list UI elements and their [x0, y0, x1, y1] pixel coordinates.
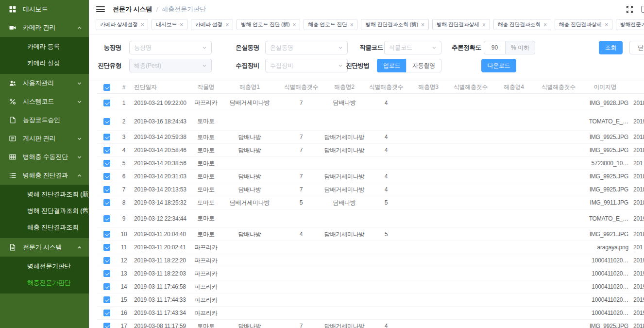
row-checkbox[interactable]	[103, 310, 110, 316]
table-row[interactable]: 92019-03-12 22:34:44토마토TOMATO_E_…2019	[97, 209, 644, 228]
tab-1[interactable]: 대시보드×	[152, 19, 187, 30]
sidebar-item-0[interactable]: 대시보드	[0, 0, 89, 18]
greenhouse-select[interactable]: 온실동명	[265, 41, 348, 54]
table-row[interactable]: 102019-03-11 20:04:40토마토담배나방4담배거세미나방5IMG…	[97, 228, 644, 241]
tab-close-icon[interactable]: ×	[225, 21, 229, 28]
tab-3[interactable]: 병해 업로드 진단 (新)×	[237, 19, 300, 30]
tab-close-icon[interactable]: ×	[293, 21, 296, 28]
cell-crop: 토마토	[191, 230, 220, 239]
farm-name-label: 농장명	[93, 41, 121, 54]
table-row[interactable]: 32019-03-14 20:59:38토마토담배나방7담배거세미나방4IMG_…	[97, 131, 644, 144]
row-checkbox[interactable]	[103, 199, 110, 206]
row-checkbox[interactable]	[103, 296, 110, 303]
cell-pest1: 담배나방	[220, 322, 279, 328]
breadcrumb-section[interactable]: 전문가 시스템	[113, 5, 153, 14]
row-checkbox[interactable]	[103, 257, 110, 264]
tab-close-icon[interactable]: ×	[350, 21, 354, 28]
row-checkbox[interactable]	[103, 134, 110, 140]
sidebar-item-2[interactable]: 사용자관리	[0, 74, 89, 92]
select-all-checkbox[interactable]	[103, 84, 110, 91]
table-row[interactable]: 22019-03-16 18:24:43토마토TOMATO_E_…2019	[97, 112, 644, 131]
cell-crop: 토마토	[191, 117, 220, 125]
tab-close-icon[interactable]: ×	[543, 21, 547, 28]
diagnosis-method-toggle: 업로드 자동촬영	[377, 59, 441, 72]
column-header-count4: 식별해충갯수	[536, 83, 581, 91]
sidebar-subitem-8-1[interactable]: 해충전문가판단	[0, 275, 89, 291]
table-row[interactable]: 172019-03-08 11:17:59토마토담배나방7담배거세미나방4IMG…	[97, 320, 644, 328]
table-row[interactable]: 112019-03-11 20:02:41파프리카aragaya.png201	[97, 241, 644, 254]
sidebar-subitem-7-0[interactable]: 병해 진단결과조회 (新)	[0, 186, 89, 203]
row-checkbox[interactable]	[103, 160, 110, 167]
cell-image: IMG_9921.JPG	[581, 231, 629, 238]
tab-4[interactable]: 해충 업로드 진단×	[304, 19, 357, 30]
upload-option-button[interactable]: 업로드	[377, 59, 406, 72]
device-label: 수집장비	[229, 59, 259, 72]
table-row[interactable]: 82019-03-14 18:25:32토마토담배거세미나방5담배나방5IMG_…	[97, 196, 644, 209]
sidebar-item-1[interactable]: 카메라 관리	[0, 18, 89, 37]
tab-close-icon[interactable]: ×	[482, 21, 486, 28]
row-checkbox[interactable]	[103, 100, 110, 106]
tab-close-icon[interactable]: ×	[180, 21, 183, 28]
table-row[interactable]: 132019-03-11 18:22:03파프리카1000411020…2019	[97, 267, 644, 280]
row-checkbox[interactable]	[103, 186, 110, 193]
sidebar-subitem-8-0[interactable]: 병해전문가판단	[0, 258, 89, 275]
tab-close-icon[interactable]: ×	[141, 21, 144, 28]
diagnosis-type-select[interactable]: 해충(Pest)	[129, 59, 212, 72]
sidebar-item-6[interactable]: 병해충 수동진단	[0, 148, 89, 166]
row-checkbox[interactable]	[103, 244, 110, 251]
sidebar-item-4[interactable]: 농장코드승인	[0, 111, 89, 129]
crop-code-select[interactable]: 작물코드	[384, 41, 441, 54]
table-row[interactable]: 152019-03-11 17:44:33파프리카1000411020…2019	[97, 293, 644, 307]
tab-5[interactable]: 병해 진단결과조회 (新)×	[361, 19, 428, 30]
fullscreen-icon[interactable]	[626, 6, 633, 13]
auto-capture-option-button[interactable]: 자동촬영	[406, 59, 441, 72]
row-checkbox[interactable]	[103, 147, 110, 154]
sidebar-item-5[interactable]: 게시판 관리	[0, 129, 89, 148]
sidebar-item-8[interactable]: 전문가 시스템	[0, 238, 89, 257]
cell-crop: 파프리카	[191, 270, 220, 278]
download-button[interactable]: 다운로드	[481, 59, 516, 72]
clipped-toolbar-icon[interactable]	[641, 6, 644, 13]
cell-reg: 2018	[629, 231, 644, 238]
table-row[interactable]: 162019-03-11 17:43:34파프리카1000411020…2019	[97, 307, 644, 320]
tab-2[interactable]: 카메라 설정×	[191, 19, 233, 30]
close-button[interactable]: 닫기	[629, 41, 644, 54]
sidebar-subitem-1-0[interactable]: 카메라 등록	[0, 38, 89, 55]
cell-image: IMG_9925.JPG	[581, 147, 629, 154]
tab-7[interactable]: 해충 진단결과조회×	[493, 19, 551, 30]
farm-name-select[interactable]: 농장명	[129, 41, 212, 54]
sidebar-item-7[interactable]: 병해충 진단결과	[0, 166, 89, 185]
cell-count1: 7	[279, 100, 323, 106]
tab-0[interactable]: 카메라 상세설정×	[96, 19, 148, 30]
row-checkbox[interactable]	[103, 173, 110, 180]
table-row[interactable]: 12019-03-21 09:22:00파프리카담배거세미나방7담배나방4IMG…	[97, 94, 644, 112]
cell-pest2: 담배거세미나방	[323, 173, 365, 181]
sidebar-item-3[interactable]: 시스템코드	[0, 92, 89, 111]
row-checkbox[interactable]	[103, 215, 110, 222]
sidebar-subitem-1-1[interactable]: 카메라 설정	[0, 55, 89, 71]
row-checkbox[interactable]	[103, 270, 110, 277]
tab-8[interactable]: 해충 진단결과상세×	[555, 19, 612, 30]
table-row[interactable]: 72019-03-14 20:13:53토마토담배나방7담배거세미나방4IMG_…	[97, 183, 644, 196]
tab-6[interactable]: 병해 진단결과상세×	[432, 19, 490, 30]
table-row[interactable]: 122019-03-11 18:22:20파프리카1000411020…2019	[97, 254, 644, 267]
table-row[interactable]: 142019-03-11 17:46:58파프리카1000411020…2019	[97, 280, 644, 293]
table-row[interactable]: 62019-03-14 20:31:03토마토담배나방7담배거세미나방4IMG_…	[97, 170, 644, 183]
tab-close-icon[interactable]: ×	[421, 21, 424, 28]
device-select[interactable]: 수집장비	[265, 59, 348, 72]
search-button[interactable]: 조회	[599, 41, 623, 54]
accuracy-input[interactable]	[484, 41, 505, 54]
table-row[interactable]: 52019-03-14 20:38:56토마토5723000_10…201	[97, 157, 644, 170]
row-checkbox[interactable]	[103, 323, 110, 328]
sidebar-subitem-7-1[interactable]: 병해 진단결과조회 (舊)	[0, 203, 89, 219]
cell-image: 1000411020…	[581, 270, 629, 277]
menu-icon[interactable]	[96, 6, 105, 12]
row-checkbox[interactable]	[103, 118, 110, 125]
sidebar-subitem-7-2[interactable]: 해충 진단결과조회	[0, 219, 89, 236]
tab-close-icon[interactable]: ×	[605, 21, 608, 28]
cell-count2: 4	[365, 173, 407, 180]
tab-9[interactable]: 병해전문가판단×	[616, 19, 644, 30]
row-checkbox[interactable]	[103, 283, 110, 290]
row-checkbox[interactable]	[103, 231, 110, 238]
table-row[interactable]: 42019-03-14 20:58:46토마토담배나방7담배거세미나방4IMG_…	[97, 144, 644, 157]
